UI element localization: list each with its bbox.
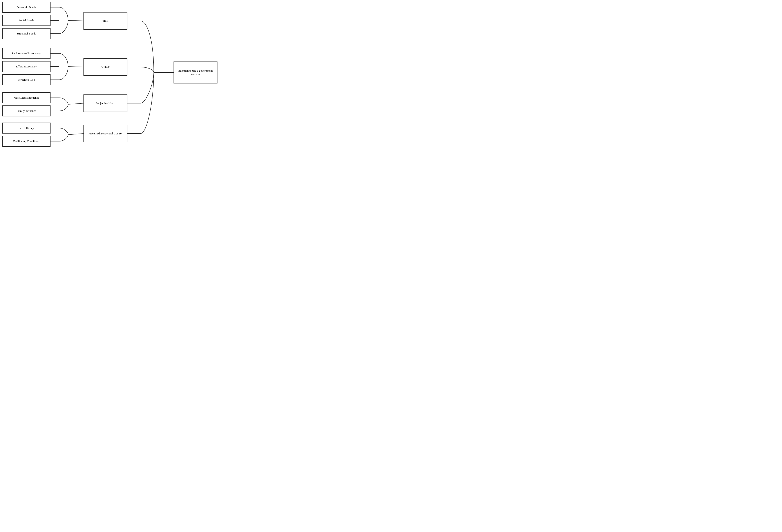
svg-line-7 bbox=[68, 67, 83, 67]
structural-bonds-box: Structural Bonds bbox=[2, 28, 50, 39]
performance-expectancy-box: Performance Expectancy bbox=[2, 48, 50, 59]
economic-bonds-box: Economic Bonds bbox=[2, 2, 50, 13]
effort-expectancy-box: Effort Expectancy bbox=[2, 61, 50, 72]
mass-media-box: Mass Media Influence bbox=[2, 92, 50, 103]
perceived-risk-box: Perceived Risk bbox=[2, 74, 50, 85]
social-bonds-box: Social Bonds bbox=[2, 15, 50, 26]
family-influence-box: Family Influence bbox=[2, 105, 50, 116]
self-efficacy-box: Self-Efficacy bbox=[2, 122, 50, 134]
svg-line-10 bbox=[68, 103, 83, 104]
trust-box: Trust bbox=[83, 12, 128, 30]
diagram: Economic Bonds Social Bonds Structural B… bbox=[0, 0, 220, 149]
attitude-box: Attitude bbox=[83, 58, 128, 76]
facilitating-conditions-box: Facilitating Conditions bbox=[2, 136, 50, 147]
intention-box: Intention to use e-government services bbox=[174, 62, 217, 83]
svg-line-13 bbox=[68, 134, 83, 135]
svg-line-3 bbox=[68, 21, 83, 21]
perceived-behavioral-box: Perceived Behavioral Control bbox=[83, 125, 128, 142]
subjective-norm-box: Subjective Norm bbox=[83, 95, 128, 112]
